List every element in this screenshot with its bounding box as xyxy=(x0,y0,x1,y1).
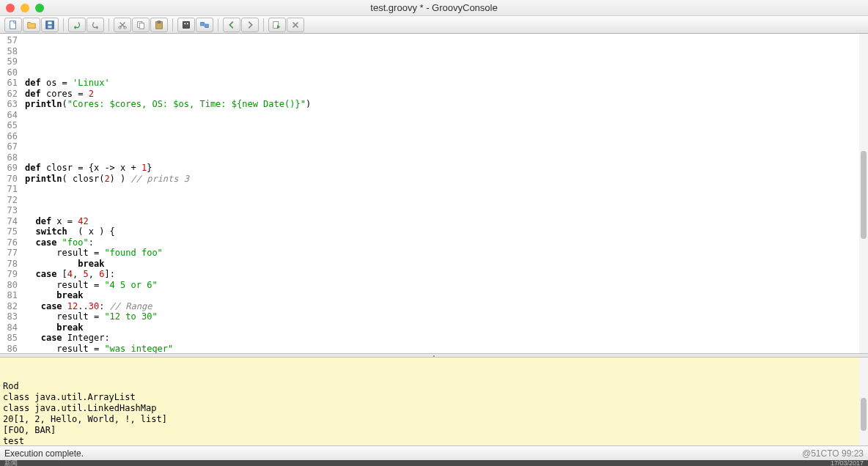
save-button[interactable] xyxy=(41,18,59,32)
copy-icon xyxy=(136,20,146,30)
status-message: Execution complete. xyxy=(4,448,84,459)
replace-icon xyxy=(199,20,210,30)
history-prev-icon xyxy=(227,20,237,30)
line-number-gutter: 57 58 59 60 61 62 63 64 65 66 67 68 69 7… xyxy=(0,34,22,353)
svg-rect-14 xyxy=(205,24,208,27)
open-file-button[interactable] xyxy=(23,18,40,32)
output-content: Rod class java.util.ArrayList class java… xyxy=(3,381,865,445)
svg-rect-3 xyxy=(48,25,51,28)
cut-button[interactable] xyxy=(114,18,131,32)
zoom-window-button[interactable] xyxy=(35,4,44,12)
code-editor[interactable]: 57 58 59 60 61 62 63 64 65 66 67 68 69 7… xyxy=(0,34,868,353)
new-file-icon xyxy=(8,20,18,30)
redo-icon xyxy=(90,20,100,30)
stop-button[interactable] xyxy=(287,18,304,32)
svg-rect-2 xyxy=(48,21,51,24)
status-right-group: @51CTO 99:23 xyxy=(802,448,864,459)
history-next-button[interactable] xyxy=(241,18,259,32)
svg-rect-10 xyxy=(183,21,190,28)
svg-rect-13 xyxy=(201,22,204,25)
new-file-button[interactable] xyxy=(4,18,22,32)
minimize-window-button[interactable] xyxy=(21,4,29,12)
copy-button[interactable] xyxy=(132,18,150,32)
title-bar: test.groovy * - GroovyConsole xyxy=(0,0,868,16)
toolbar xyxy=(0,16,868,34)
svg-rect-11 xyxy=(184,23,185,24)
status-bar: Execution complete. @51CTO 99:23 xyxy=(0,445,868,460)
history-next-icon xyxy=(245,20,255,30)
editor-scrollbar[interactable] xyxy=(859,34,868,353)
open-file-icon xyxy=(26,20,37,30)
svg-rect-7 xyxy=(139,23,144,29)
output-scroll-thumb[interactable] xyxy=(861,398,867,431)
find-icon xyxy=(181,20,191,30)
editor-scroll-thumb[interactable] xyxy=(861,151,867,239)
stop-icon xyxy=(290,20,301,30)
undo-button[interactable] xyxy=(68,18,86,32)
svg-rect-12 xyxy=(187,23,188,24)
run-button[interactable] xyxy=(268,18,286,32)
window-controls xyxy=(6,4,44,12)
bottom-date: 17/03/2017 xyxy=(831,459,864,466)
svg-rect-0 xyxy=(10,21,16,29)
cursor-position: 99:23 xyxy=(842,448,864,459)
paste-button[interactable] xyxy=(150,18,168,32)
redo-button[interactable] xyxy=(87,18,104,32)
svg-rect-9 xyxy=(158,21,161,23)
watermark-text: @51CTO xyxy=(802,448,839,459)
run-icon xyxy=(272,20,282,30)
close-window-button[interactable] xyxy=(6,4,15,12)
bottom-left-text: 新闻 xyxy=(4,459,18,467)
save-icon xyxy=(45,20,55,30)
replace-button[interactable] xyxy=(196,18,213,32)
output-console[interactable]: Rod class java.util.ArrayList class java… xyxy=(0,358,868,445)
cut-icon xyxy=(117,20,128,30)
undo-icon xyxy=(72,20,82,30)
os-bottom-strip: 新闻 17/03/2017 xyxy=(0,460,868,466)
history-prev-button[interactable] xyxy=(223,18,240,32)
window-title: test.groovy * - GroovyConsole xyxy=(6,2,862,13)
output-scrollbar[interactable] xyxy=(859,358,868,445)
find-button[interactable] xyxy=(177,18,195,32)
code-content[interactable]: def os = 'Linux' def cores = 2 println("… xyxy=(22,34,868,353)
paste-icon xyxy=(154,20,164,30)
